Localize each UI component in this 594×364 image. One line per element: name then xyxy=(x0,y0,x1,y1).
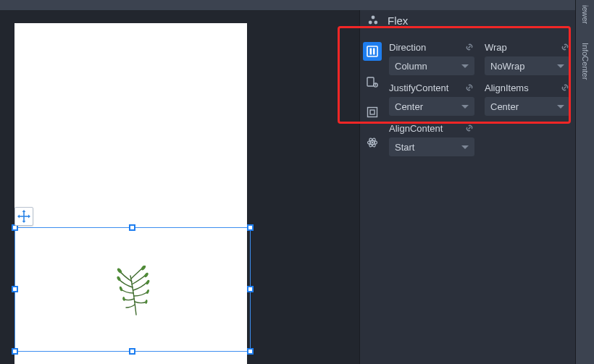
prop-aligncontent: AlignContent Start xyxy=(389,120,474,156)
prop-direction: Direction Column xyxy=(389,39,474,75)
selection-outline xyxy=(14,227,251,352)
svg-point-26 xyxy=(372,142,374,144)
selection-handle-e[interactable] xyxy=(247,286,254,292)
selection-handle-ne[interactable] xyxy=(247,224,254,231)
label-justify: JustifyContent xyxy=(389,82,448,93)
svg-rect-16 xyxy=(373,48,375,55)
rail-layout-button[interactable] xyxy=(363,42,382,61)
link-icon[interactable] xyxy=(464,123,474,133)
dropdown-aligncontent[interactable]: Start xyxy=(389,137,474,156)
rail-boxmodel-button[interactable] xyxy=(363,103,382,122)
canvas-area[interactable] xyxy=(0,10,359,364)
svg-rect-21 xyxy=(368,108,377,117)
link-icon[interactable] xyxy=(560,42,570,52)
atom-icon xyxy=(367,137,378,148)
selection-handle-w[interactable] xyxy=(12,286,18,292)
svg-rect-15 xyxy=(370,48,372,55)
side-tab-strip: iewer InfoCenter xyxy=(575,0,594,364)
prop-justify: JustifyContent Center xyxy=(389,80,474,116)
move-icon xyxy=(17,210,30,223)
link-icon[interactable] xyxy=(560,82,570,93)
svg-point-12 xyxy=(369,21,372,25)
dropdown-alignitems[interactable]: Center xyxy=(485,97,570,116)
label-direction: Direction xyxy=(389,42,426,53)
info-icon xyxy=(367,76,378,88)
selection-handle-se[interactable] xyxy=(247,348,254,355)
link-icon[interactable] xyxy=(464,82,474,93)
side-tab-viewer[interactable]: iewer xyxy=(576,0,594,29)
selection-handle-sw[interactable] xyxy=(12,348,18,355)
dropdown-justify-value: Center xyxy=(395,101,423,112)
dropdown-direction-value: Column xyxy=(395,61,427,72)
chevron-down-icon xyxy=(461,145,469,149)
svg-rect-14 xyxy=(367,46,377,56)
svg-rect-17 xyxy=(367,77,374,86)
side-tab-infocenter[interactable]: InfoCenter xyxy=(576,35,594,88)
prop-wrap: Wrap NoWrap xyxy=(485,39,570,75)
label-wrap: Wrap xyxy=(485,42,507,53)
top-toolbar xyxy=(0,0,594,10)
label-alignitems: AlignItems xyxy=(485,82,529,93)
panel-header: Flex xyxy=(360,10,575,30)
panel-title: Flex xyxy=(388,14,408,27)
chevron-down-icon xyxy=(461,105,469,109)
dropdown-wrap-value: NoWrap xyxy=(490,61,524,72)
chevron-down-icon xyxy=(461,64,469,68)
svg-point-13 xyxy=(374,21,377,25)
selection-handle-s[interactable] xyxy=(129,348,135,355)
rail-info-button[interactable] xyxy=(363,72,382,91)
dropdown-alignitems-value: Center xyxy=(490,101,519,112)
svg-rect-22 xyxy=(370,110,375,114)
dropdown-justify[interactable]: Center xyxy=(389,97,474,116)
label-aligncontent: AlignContent xyxy=(389,123,443,134)
rail-atom-button[interactable] xyxy=(363,133,382,152)
dropdown-aligncontent-value: Start xyxy=(395,142,414,153)
artboard[interactable] xyxy=(14,23,247,364)
link-icon[interactable] xyxy=(464,42,474,52)
cluster-icon xyxy=(364,12,382,29)
chevron-down-icon xyxy=(557,64,564,68)
move-handle[interactable] xyxy=(14,207,33,226)
selection-handle-n[interactable] xyxy=(129,224,135,231)
layout-icon xyxy=(367,46,378,57)
chevron-down-icon xyxy=(557,105,564,109)
dropdown-direction[interactable]: Column xyxy=(389,56,474,75)
svg-rect-19 xyxy=(375,84,376,86)
svg-point-11 xyxy=(372,16,375,20)
properties-panel: Flex Direction Column xyxy=(359,10,575,364)
flex-properties: Direction Column Wrap NoWrap xyxy=(389,39,570,159)
dropdown-wrap[interactable]: NoWrap xyxy=(485,56,570,75)
box-model-icon xyxy=(367,106,378,118)
panel-rail xyxy=(360,36,385,152)
svg-rect-20 xyxy=(375,83,376,84)
prop-alignitems: AlignItems Center xyxy=(485,80,570,116)
svg-rect-10 xyxy=(20,216,28,217)
